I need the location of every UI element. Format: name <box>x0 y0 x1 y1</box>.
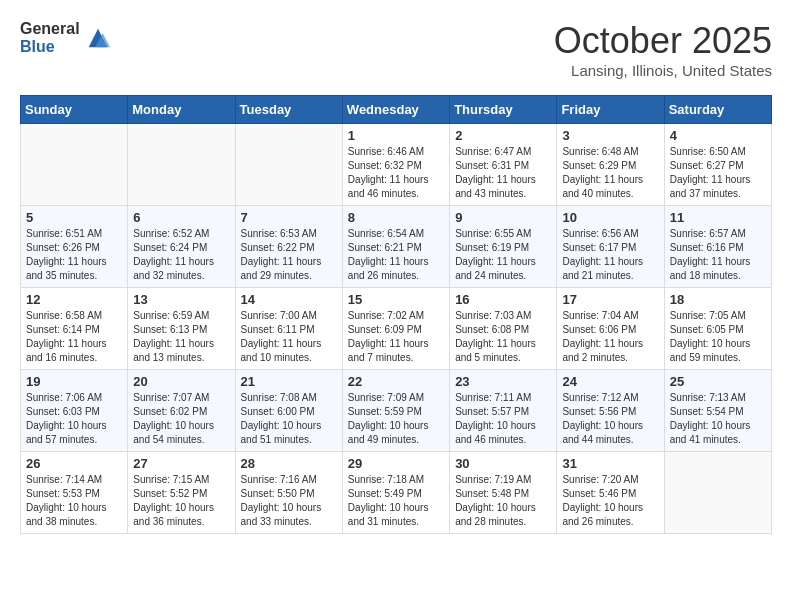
calendar-cell: 28Sunrise: 7:16 AM Sunset: 5:50 PM Dayli… <box>235 452 342 534</box>
day-number: 12 <box>26 292 122 307</box>
calendar-week-row: 5Sunrise: 6:51 AM Sunset: 6:26 PM Daylig… <box>21 206 772 288</box>
calendar-header-tuesday: Tuesday <box>235 96 342 124</box>
day-number: 25 <box>670 374 766 389</box>
calendar-header-wednesday: Wednesday <box>342 96 449 124</box>
day-number: 26 <box>26 456 122 471</box>
day-info: Sunrise: 6:56 AM Sunset: 6:17 PM Dayligh… <box>562 227 658 283</box>
day-number: 4 <box>670 128 766 143</box>
calendar-header-friday: Friday <box>557 96 664 124</box>
calendar-week-row: 19Sunrise: 7:06 AM Sunset: 6:03 PM Dayli… <box>21 370 772 452</box>
calendar-cell: 16Sunrise: 7:03 AM Sunset: 6:08 PM Dayli… <box>450 288 557 370</box>
day-info: Sunrise: 7:07 AM Sunset: 6:02 PM Dayligh… <box>133 391 229 447</box>
calendar-cell: 18Sunrise: 7:05 AM Sunset: 6:05 PM Dayli… <box>664 288 771 370</box>
calendar-cell: 26Sunrise: 7:14 AM Sunset: 5:53 PM Dayli… <box>21 452 128 534</box>
calendar-week-row: 26Sunrise: 7:14 AM Sunset: 5:53 PM Dayli… <box>21 452 772 534</box>
day-number: 20 <box>133 374 229 389</box>
day-info: Sunrise: 6:48 AM Sunset: 6:29 PM Dayligh… <box>562 145 658 201</box>
calendar-cell: 29Sunrise: 7:18 AM Sunset: 5:49 PM Dayli… <box>342 452 449 534</box>
day-number: 11 <box>670 210 766 225</box>
calendar-header-monday: Monday <box>128 96 235 124</box>
calendar-cell: 17Sunrise: 7:04 AM Sunset: 6:06 PM Dayli… <box>557 288 664 370</box>
calendar-cell: 3Sunrise: 6:48 AM Sunset: 6:29 PM Daylig… <box>557 124 664 206</box>
day-info: Sunrise: 7:09 AM Sunset: 5:59 PM Dayligh… <box>348 391 444 447</box>
day-number: 16 <box>455 292 551 307</box>
day-info: Sunrise: 7:08 AM Sunset: 6:00 PM Dayligh… <box>241 391 337 447</box>
calendar-cell: 20Sunrise: 7:07 AM Sunset: 6:02 PM Dayli… <box>128 370 235 452</box>
calendar-cell: 19Sunrise: 7:06 AM Sunset: 6:03 PM Dayli… <box>21 370 128 452</box>
day-info: Sunrise: 6:53 AM Sunset: 6:22 PM Dayligh… <box>241 227 337 283</box>
day-number: 17 <box>562 292 658 307</box>
calendar-cell: 1Sunrise: 6:46 AM Sunset: 6:32 PM Daylig… <box>342 124 449 206</box>
day-info: Sunrise: 6:50 AM Sunset: 6:27 PM Dayligh… <box>670 145 766 201</box>
calendar-header-saturday: Saturday <box>664 96 771 124</box>
day-info: Sunrise: 7:03 AM Sunset: 6:08 PM Dayligh… <box>455 309 551 365</box>
day-info: Sunrise: 7:14 AM Sunset: 5:53 PM Dayligh… <box>26 473 122 529</box>
day-info: Sunrise: 6:46 AM Sunset: 6:32 PM Dayligh… <box>348 145 444 201</box>
day-info: Sunrise: 6:55 AM Sunset: 6:19 PM Dayligh… <box>455 227 551 283</box>
calendar-table: SundayMondayTuesdayWednesdayThursdayFrid… <box>20 95 772 534</box>
day-number: 19 <box>26 374 122 389</box>
day-info: Sunrise: 6:58 AM Sunset: 6:14 PM Dayligh… <box>26 309 122 365</box>
day-number: 15 <box>348 292 444 307</box>
day-info: Sunrise: 6:59 AM Sunset: 6:13 PM Dayligh… <box>133 309 229 365</box>
day-info: Sunrise: 7:02 AM Sunset: 6:09 PM Dayligh… <box>348 309 444 365</box>
calendar-cell: 5Sunrise: 6:51 AM Sunset: 6:26 PM Daylig… <box>21 206 128 288</box>
day-info: Sunrise: 7:12 AM Sunset: 5:56 PM Dayligh… <box>562 391 658 447</box>
day-info: Sunrise: 7:15 AM Sunset: 5:52 PM Dayligh… <box>133 473 229 529</box>
day-number: 7 <box>241 210 337 225</box>
day-number: 29 <box>348 456 444 471</box>
calendar-cell: 14Sunrise: 7:00 AM Sunset: 6:11 PM Dayli… <box>235 288 342 370</box>
calendar-cell <box>664 452 771 534</box>
location: Lansing, Illinois, United States <box>554 62 772 79</box>
day-number: 30 <box>455 456 551 471</box>
day-info: Sunrise: 6:47 AM Sunset: 6:31 PM Dayligh… <box>455 145 551 201</box>
logo-blue: Blue <box>20 38 80 56</box>
day-info: Sunrise: 6:57 AM Sunset: 6:16 PM Dayligh… <box>670 227 766 283</box>
month-title: October 2025 <box>554 20 772 62</box>
title-section: October 2025 Lansing, Illinois, United S… <box>554 20 772 79</box>
calendar-cell: 9Sunrise: 6:55 AM Sunset: 6:19 PM Daylig… <box>450 206 557 288</box>
day-number: 6 <box>133 210 229 225</box>
day-number: 23 <box>455 374 551 389</box>
calendar-cell: 13Sunrise: 6:59 AM Sunset: 6:13 PM Dayli… <box>128 288 235 370</box>
day-number: 22 <box>348 374 444 389</box>
calendar-cell <box>235 124 342 206</box>
calendar-week-row: 12Sunrise: 6:58 AM Sunset: 6:14 PM Dayli… <box>21 288 772 370</box>
day-info: Sunrise: 7:13 AM Sunset: 5:54 PM Dayligh… <box>670 391 766 447</box>
calendar-cell: 11Sunrise: 6:57 AM Sunset: 6:16 PM Dayli… <box>664 206 771 288</box>
day-number: 5 <box>26 210 122 225</box>
day-number: 2 <box>455 128 551 143</box>
logo-icon <box>84 24 112 52</box>
day-info: Sunrise: 7:16 AM Sunset: 5:50 PM Dayligh… <box>241 473 337 529</box>
day-info: Sunrise: 7:04 AM Sunset: 6:06 PM Dayligh… <box>562 309 658 365</box>
day-number: 27 <box>133 456 229 471</box>
calendar-cell: 23Sunrise: 7:11 AM Sunset: 5:57 PM Dayli… <box>450 370 557 452</box>
day-number: 1 <box>348 128 444 143</box>
day-info: Sunrise: 7:06 AM Sunset: 6:03 PM Dayligh… <box>26 391 122 447</box>
day-info: Sunrise: 7:11 AM Sunset: 5:57 PM Dayligh… <box>455 391 551 447</box>
calendar-cell <box>21 124 128 206</box>
day-info: Sunrise: 7:19 AM Sunset: 5:48 PM Dayligh… <box>455 473 551 529</box>
day-number: 10 <box>562 210 658 225</box>
calendar-cell: 12Sunrise: 6:58 AM Sunset: 6:14 PM Dayli… <box>21 288 128 370</box>
day-info: Sunrise: 7:20 AM Sunset: 5:46 PM Dayligh… <box>562 473 658 529</box>
calendar-cell: 10Sunrise: 6:56 AM Sunset: 6:17 PM Dayli… <box>557 206 664 288</box>
calendar-cell: 22Sunrise: 7:09 AM Sunset: 5:59 PM Dayli… <box>342 370 449 452</box>
day-info: Sunrise: 7:05 AM Sunset: 6:05 PM Dayligh… <box>670 309 766 365</box>
calendar-cell: 27Sunrise: 7:15 AM Sunset: 5:52 PM Dayli… <box>128 452 235 534</box>
day-info: Sunrise: 7:18 AM Sunset: 5:49 PM Dayligh… <box>348 473 444 529</box>
calendar-cell: 6Sunrise: 6:52 AM Sunset: 6:24 PM Daylig… <box>128 206 235 288</box>
calendar-cell <box>128 124 235 206</box>
calendar-header-row: SundayMondayTuesdayWednesdayThursdayFrid… <box>21 96 772 124</box>
calendar-cell: 4Sunrise: 6:50 AM Sunset: 6:27 PM Daylig… <box>664 124 771 206</box>
day-number: 24 <box>562 374 658 389</box>
day-info: Sunrise: 6:54 AM Sunset: 6:21 PM Dayligh… <box>348 227 444 283</box>
calendar-cell: 24Sunrise: 7:12 AM Sunset: 5:56 PM Dayli… <box>557 370 664 452</box>
calendar-header-sunday: Sunday <box>21 96 128 124</box>
day-number: 13 <box>133 292 229 307</box>
day-number: 31 <box>562 456 658 471</box>
calendar-cell: 8Sunrise: 6:54 AM Sunset: 6:21 PM Daylig… <box>342 206 449 288</box>
day-info: Sunrise: 7:00 AM Sunset: 6:11 PM Dayligh… <box>241 309 337 365</box>
day-info: Sunrise: 6:52 AM Sunset: 6:24 PM Dayligh… <box>133 227 229 283</box>
logo-text: General Blue <box>20 20 80 55</box>
